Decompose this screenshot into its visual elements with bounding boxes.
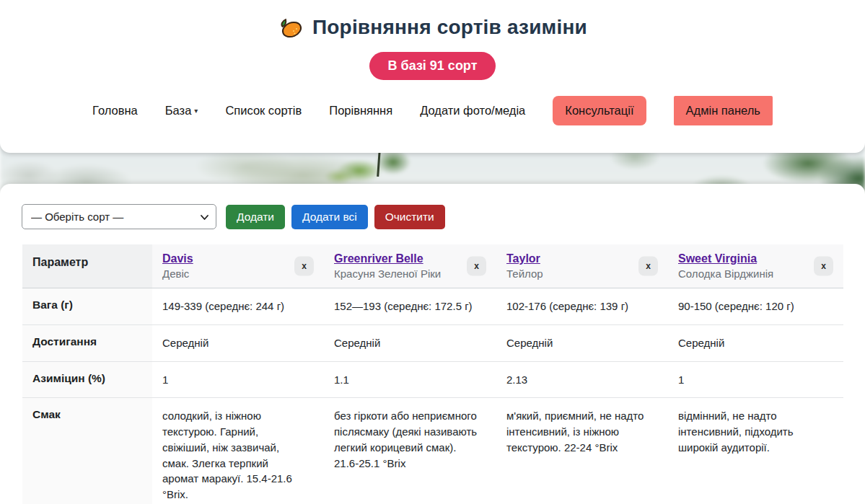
close-icon[interactable]: x [638, 257, 658, 276]
nav-comparison[interactable]: Порівняння [329, 104, 392, 118]
nav-home[interactable]: Головна [92, 104, 138, 118]
cell-value: 1 [668, 362, 843, 398]
badge-row: В базі 91 сорт [0, 52, 865, 80]
nav-consultations-button[interactable]: Консультації [553, 96, 646, 125]
variety-subtitle: Тейлор [506, 268, 636, 280]
column-header-davis: Davis Девіс x [152, 244, 324, 288]
controls-bar: — Оберіть сорт — Додати Додати всі Очист… [22, 204, 865, 229]
table-row-taste: Смак солодкий, із ніжною текстурою. Гарн… [22, 398, 843, 504]
variety-select-wrap: — Оберіть сорт — [22, 204, 216, 229]
cell-value: Середній [496, 325, 668, 361]
cell-value: солодкий, із ніжною текстурою. Гарний, с… [152, 398, 324, 504]
main-navigation: Головна База▾ Список сортів Порівняння Д… [0, 96, 865, 125]
nav-add-media[interactable]: Додати фото/медіа [420, 104, 525, 118]
page-title: Порівняння сортів азиміни [312, 16, 587, 39]
cell-value: 1.1 [324, 362, 496, 398]
variety-link-taylor[interactable]: Taylor [506, 252, 540, 265]
site-header: Порівняння сортів азиміни В базі 91 сорт… [0, 0, 865, 153]
close-icon[interactable]: x [467, 257, 486, 276]
column-header-taylor: Taylor Тейлор x [496, 244, 668, 288]
table-row-ripening: Достигання Середній Середній Середній Се… [22, 325, 843, 362]
variety-link-greenriver-belle[interactable]: Greenriver Belle [334, 252, 423, 265]
cell-value: м'який, приємний, не надто інтенсивний, … [496, 398, 668, 504]
param-label: Достигання [22, 325, 152, 361]
clear-button[interactable]: Очистити [374, 205, 445, 229]
nav-database-dropdown[interactable]: База▾ [165, 104, 198, 118]
variety-subtitle: Девіс [162, 268, 292, 280]
content-card: — Оберіть сорт — Додати Додати всі Очист… [0, 184, 865, 504]
title-row: Порівняння сортів азиміни [0, 0, 865, 40]
variety-select[interactable]: — Оберіть сорт — [22, 204, 216, 229]
cell-value: 90-150 (середнє: 120 г) [668, 288, 843, 324]
variety-count-badge: В базі 91 сорт [369, 52, 496, 80]
add-button[interactable]: Додати [226, 205, 285, 229]
variety-subtitle: Солодка Вірджинія [678, 268, 812, 280]
param-label: Азиміцин (%) [22, 362, 152, 398]
table-row-weight: Вага (г) 149-339 (середнє: 244 г) 152—19… [22, 288, 843, 325]
close-icon[interactable]: x [294, 257, 314, 276]
comparison-table: Параметр Davis Девіс x Greenriver Belle … [22, 244, 843, 504]
caret-down-icon: ▾ [194, 107, 198, 115]
cell-value: 149-339 (середнє: 244 г) [152, 288, 324, 324]
nav-variety-list[interactable]: Список сортів [225, 104, 302, 118]
param-label: Смак [22, 398, 152, 504]
cell-value: Середній [324, 325, 496, 361]
add-all-button[interactable]: Додати всі [291, 205, 368, 229]
variety-link-sweet-virginia[interactable]: Sweet Virginia [678, 252, 757, 265]
cell-value: 2.13 [496, 362, 668, 398]
cell-value: 152—193 (середнє: 172.5 г) [324, 288, 496, 324]
param-column-header: Параметр [22, 244, 152, 288]
table-header-row: Параметр Davis Девіс x Greenriver Belle … [22, 244, 843, 288]
cell-value: Середній [152, 325, 324, 361]
variety-link-davis[interactable]: Davis [162, 252, 193, 265]
table-row-asimicin: Азиміцин (%) 1 1.1 2.13 1 [22, 362, 843, 399]
column-header-greenriver-belle: Greenriver Belle Красуня Зеленої Ріки x [324, 244, 496, 288]
cell-value: без гіркоти або неприємного післясмаку (… [324, 398, 496, 504]
param-label: Вага (г) [22, 288, 152, 324]
cell-value: Середній [668, 325, 843, 361]
mango-icon [278, 14, 304, 40]
cell-value: 1 [152, 362, 324, 398]
cell-value: 102-176 (середнє: 139 г) [496, 288, 668, 324]
close-icon[interactable]: x [814, 257, 833, 276]
nav-admin-panel-button[interactable]: Адмін панель [674, 96, 773, 125]
cell-value: відмінний, не надто інтенсивний, підходи… [668, 398, 843, 504]
variety-subtitle: Красуня Зеленої Ріки [334, 268, 465, 280]
column-header-sweet-virginia: Sweet Virginia Солодка Вірджинія x [668, 244, 843, 288]
